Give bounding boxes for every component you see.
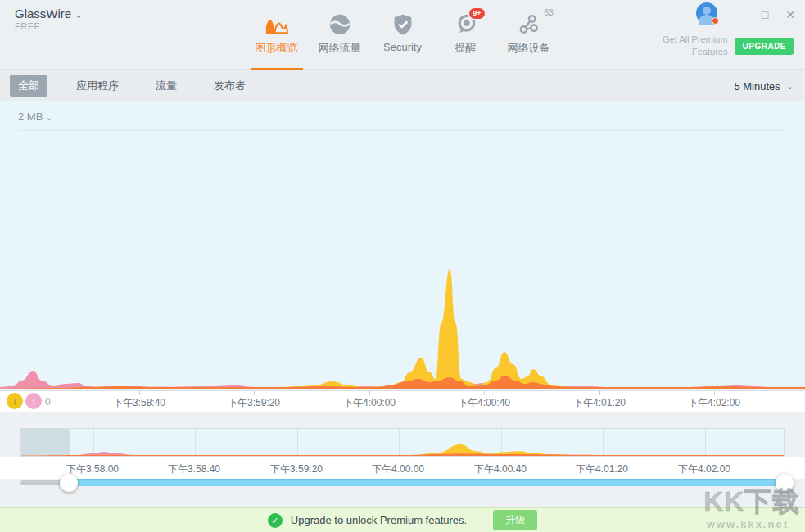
- series-download: [22, 444, 784, 456]
- notification-dot: [712, 17, 719, 25]
- tab-label: Security: [383, 41, 422, 53]
- filter-all[interactable]: 全部: [10, 75, 47, 97]
- tab-graph-overview[interactable]: 图形概览: [251, 0, 303, 70]
- axis-label: 下午4:02:00: [688, 396, 740, 410]
- timeline-minimap[interactable]: [20, 428, 785, 457]
- axis-label: 下午3:58:40: [113, 396, 165, 410]
- tab-alerts[interactable]: 9+ 提醒: [440, 0, 492, 70]
- plan-label: FREE: [15, 21, 83, 31]
- main-graph[interactable]: 2 MB⌄: [0, 101, 805, 390]
- series-upload: [22, 454, 784, 456]
- window-controls: — □ ✕: [733, 7, 795, 22]
- scale-selector[interactable]: 2 MB⌄: [18, 110, 53, 123]
- axis-label: 下午3:59:20: [228, 396, 280, 410]
- avatar[interactable]: [696, 2, 717, 24]
- premium-promo: Get All Premium Features UPGRADE: [663, 34, 794, 59]
- axis-tick: [254, 391, 255, 395]
- tab-security[interactable]: Security: [377, 0, 429, 70]
- timeline-label: 下午4:00:40: [474, 462, 527, 476]
- axis-label: 下午4:01:20: [573, 396, 626, 410]
- upgrade-banner: ✓ Upgrade to unlock Premium features. 升级: [0, 507, 805, 532]
- chevron-down-icon: ⌄: [786, 81, 794, 92]
- timeline-label: 下午3:58:40: [168, 462, 220, 476]
- alerts-pin-icon: 9+: [455, 11, 477, 38]
- app-title: GlassWire: [15, 7, 71, 20]
- network-area-chart: [0, 101, 805, 390]
- avatar-person-icon: [703, 7, 711, 15]
- filter-apps[interactable]: 应用程序: [68, 75, 127, 97]
- axis-zero-label: 0: [45, 396, 51, 408]
- main-nav: 图形概览 网络流量 Security: [251, 0, 555, 70]
- graph-icon: [264, 11, 290, 38]
- maximize-button[interactable]: □: [762, 7, 768, 22]
- glasswire-window: GlassWire⌄ FREE 图形概览: [0, 0, 805, 532]
- axis-tick: [484, 391, 485, 395]
- banner-upgrade-button[interactable]: 升级: [493, 510, 537, 530]
- tab-network-traffic[interactable]: 网络流量: [314, 0, 366, 70]
- timeline-labels: 下午3:58:00下午3:58:40下午3:59:20下午4:00:00下午4:…: [0, 457, 805, 479]
- close-button[interactable]: ✕: [785, 7, 795, 22]
- series-download: [0, 269, 805, 389]
- tab-network-devices[interactable]: 63 网络设备: [503, 0, 555, 70]
- tab-label: 网络设备: [508, 41, 550, 56]
- shield-icon: [392, 11, 414, 38]
- timeline-handle-left[interactable]: [60, 474, 78, 492]
- minimize-button[interactable]: —: [733, 7, 744, 22]
- tab-label: 图形概览: [256, 41, 298, 56]
- axis-label: 下午4:00:40: [458, 396, 510, 410]
- filter-bar: 全部 应用程序 流量 发布者 5 Minutes ⌄: [0, 70, 805, 101]
- timeline-label: 下午3:58:00: [66, 462, 119, 476]
- timeline-zone: 下午3:58:00下午3:58:40下午3:59:20下午4:00:00下午4:…: [0, 412, 805, 507]
- timeline-handle-right[interactable]: [776, 474, 794, 492]
- axis-tick: [714, 391, 715, 395]
- axis-tick: [369, 391, 370, 395]
- banner-message: Upgrade to unlock Premium features.: [291, 514, 467, 526]
- filter-pills: 全部 应用程序 流量 发布者: [10, 70, 254, 101]
- series-upload: [0, 376, 805, 389]
- app-menu[interactable]: GlassWire⌄ FREE: [15, 7, 83, 31]
- devices-icon: 63: [518, 11, 540, 38]
- axis-tick: [599, 391, 600, 395]
- download-legend-button[interactable]: ↓: [7, 393, 23, 409]
- main-axis: ↓ ↑ 0 下午3:58:40下午3:59:20下午4:00:00下午4:00:…: [0, 390, 805, 412]
- filter-traffic[interactable]: 流量: [147, 75, 185, 97]
- minimap-area-chart: [21, 429, 784, 456]
- devices-count: 63: [544, 8, 553, 17]
- traffic-icon: [328, 11, 351, 38]
- titlebar: GlassWire⌄ FREE 图形概览: [0, 0, 805, 70]
- timeline-label: 下午3:59:20: [270, 462, 323, 476]
- timeline-label: 下午4:02:00: [678, 462, 730, 476]
- axis-label: 下午4:00:00: [343, 396, 396, 410]
- alerts-badge: 9+: [468, 7, 486, 20]
- timeline-label: 下午4:00:00: [372, 462, 424, 476]
- period-selector[interactable]: 5 Minutes ⌄: [734, 70, 794, 101]
- chevron-down-icon: ⌄: [45, 112, 52, 122]
- chevron-down-icon: ⌄: [75, 9, 83, 20]
- axis-tick: [139, 391, 140, 395]
- filter-publishers[interactable]: 发布者: [206, 75, 254, 97]
- check-icon: ✓: [268, 513, 283, 528]
- upload-legend-button[interactable]: ↑: [25, 393, 42, 409]
- premium-text: Get All Premium Features: [663, 34, 727, 59]
- tab-label: 提醒: [455, 41, 477, 56]
- timeline-track-blue[interactable]: [69, 479, 785, 486]
- timeline-label: 下午4:01:20: [576, 462, 628, 476]
- tab-label: 网络流量: [319, 41, 361, 56]
- upgrade-button[interactable]: UPGRADE: [735, 38, 794, 55]
